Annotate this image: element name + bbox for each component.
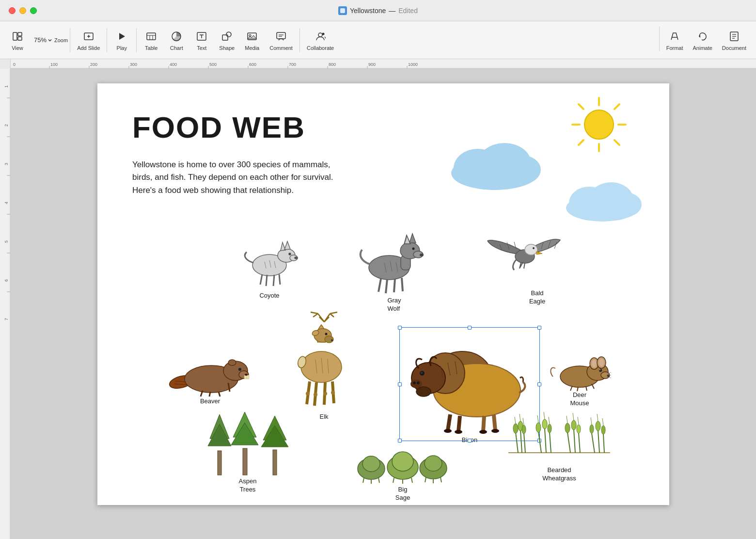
comment-button[interactable]: Comment <box>265 27 298 54</box>
svg-line-140 <box>313 314 318 317</box>
add-slide-label: Add Slide <box>77 45 100 51</box>
svg-point-115 <box>525 244 537 255</box>
chart-label: Chart <box>170 45 183 51</box>
svg-line-236 <box>520 414 520 421</box>
svg-point-122 <box>533 247 535 249</box>
table-button[interactable]: Table <box>139 27 164 54</box>
coyote-container: Coyote <box>238 229 301 300</box>
chart-button[interactable]: Chart <box>164 27 189 54</box>
shape-label: Shape <box>219 45 235 51</box>
ruler-corner <box>0 59 11 69</box>
svg-text:200: 200 <box>90 62 97 67</box>
document-name: Yellowstone <box>350 7 386 15</box>
svg-line-131 <box>209 392 210 396</box>
add-slide-button[interactable]: Add Slide <box>72 27 105 54</box>
svg-line-71 <box>579 104 583 109</box>
comment-label: Comment <box>269 45 293 51</box>
svg-point-252 <box>577 425 581 433</box>
svg-rect-204 <box>218 451 221 475</box>
svg-line-177 <box>494 415 495 430</box>
svg-rect-207 <box>243 448 247 475</box>
beaver-container: Beaver <box>168 339 252 406</box>
edit-status: Edited <box>398 7 418 15</box>
svg-line-89 <box>260 274 262 285</box>
big-sage-label: BigSage <box>395 486 410 502</box>
svg-text:100: 100 <box>50 62 58 67</box>
svg-point-251 <box>571 420 576 430</box>
format-button[interactable]: Format <box>662 27 688 54</box>
shape-button[interactable]: Shape <box>214 27 239 54</box>
svg-line-235 <box>515 417 516 424</box>
svg-line-220 <box>393 478 394 483</box>
svg-marker-88 <box>284 241 290 250</box>
format-icon <box>669 30 680 43</box>
svg-point-110 <box>420 254 424 256</box>
svg-point-155 <box>314 393 317 396</box>
bald-eagle-container: Bald Eagle <box>485 222 565 306</box>
svg-line-222 <box>411 478 412 483</box>
svg-point-250 <box>565 423 570 433</box>
svg-point-234 <box>522 425 526 434</box>
svg-line-225 <box>425 477 426 482</box>
svg-line-253 <box>567 416 567 423</box>
svg-point-79 <box>502 155 541 184</box>
svg-line-240 <box>550 432 551 453</box>
comment-icon <box>276 30 286 43</box>
canvas-area[interactable]: FOOD WEB Yellowstone is home to over 300… <box>11 69 756 539</box>
svg-line-258 <box>603 434 604 453</box>
svg-point-24 <box>322 32 325 35</box>
document-label: Document <box>722 45 746 51</box>
document-icon <box>729 30 740 43</box>
svg-line-231 <box>524 433 525 453</box>
aspen-trees-label: AspenTrees <box>239 477 257 494</box>
media-label: Media <box>245 45 259 51</box>
svg-point-75 <box>584 110 614 139</box>
format-label: Format <box>666 45 683 51</box>
svg-line-254 <box>573 413 574 420</box>
play-button[interactable]: Play <box>109 27 134 54</box>
svg-point-224 <box>425 456 442 471</box>
svg-point-173 <box>417 381 420 384</box>
cloud-1 <box>446 137 543 192</box>
svg-line-106 <box>386 279 387 293</box>
view-label: View <box>12 45 23 51</box>
svg-line-239 <box>545 428 546 453</box>
separator-5 <box>659 27 660 51</box>
svg-line-196 <box>586 386 587 391</box>
minimize-button[interactable] <box>19 7 26 14</box>
document-button[interactable]: Document <box>717 27 751 54</box>
maximize-button[interactable] <box>30 7 37 14</box>
zoom-control[interactable]: 75% <box>30 34 56 46</box>
slide[interactable]: FOOD WEB Yellowstone is home to over 300… <box>97 83 669 505</box>
svg-point-157 <box>331 391 335 395</box>
aspen-trees-container: AspenTrees <box>199 407 296 494</box>
media-button[interactable]: Media <box>239 27 265 54</box>
svg-point-156 <box>323 392 327 396</box>
svg-point-129 <box>228 360 236 365</box>
view-button[interactable]: View <box>5 27 30 54</box>
collaborate-button[interactable]: Collaborate <box>302 27 339 54</box>
svg-text:1000: 1000 <box>408 62 418 67</box>
text-button[interactable]: Text <box>189 27 214 54</box>
separator-3 <box>136 28 137 52</box>
separator-1 <box>70 28 70 52</box>
animate-button[interactable]: Animate <box>688 27 717 54</box>
traffic-lights <box>9 7 37 14</box>
svg-rect-0 <box>340 8 345 13</box>
svg-line-143 <box>330 312 337 314</box>
close-button[interactable] <box>9 7 16 14</box>
separator-4 <box>299 28 300 52</box>
svg-point-192 <box>592 360 597 367</box>
svg-line-107 <box>394 279 395 292</box>
big-sage-container: BigSage <box>354 432 451 502</box>
svg-point-232 <box>513 424 518 433</box>
svg-line-256 <box>592 433 595 453</box>
svg-rect-8 <box>147 33 156 40</box>
svg-point-154 <box>306 392 310 396</box>
svg-point-159 <box>325 333 328 335</box>
bald-eagle-label: Bald Eagle <box>529 289 545 306</box>
svg-text:7: 7 <box>4 318 9 320</box>
svg-line-176 <box>483 416 484 431</box>
svg-line-262 <box>591 417 592 425</box>
svg-line-230 <box>520 430 522 453</box>
